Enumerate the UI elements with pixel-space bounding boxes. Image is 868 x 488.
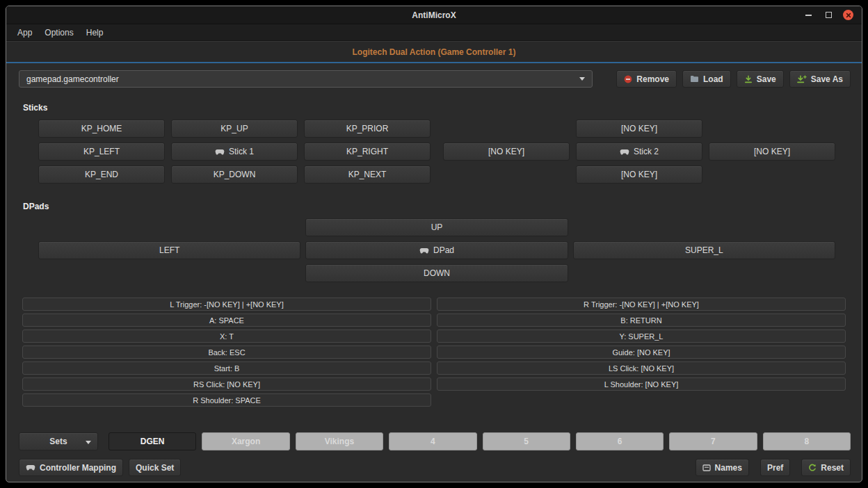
gamepad-icon	[26, 464, 35, 471]
set-button-6[interactable]: 6	[576, 432, 664, 450]
controller-mapping-label: Controller Mapping	[40, 463, 116, 473]
pref-button[interactable]: Pref	[760, 459, 790, 476]
names-button[interactable]: Names	[696, 459, 749, 476]
profile-combobox-value: gamepad.gamecontroller	[26, 74, 119, 84]
stick1-up-right-button[interactable]: KP_PRIOR	[304, 120, 431, 138]
x-button[interactable]: X: T	[22, 330, 431, 343]
sets-dropdown-label: Sets	[49, 437, 67, 446]
close-icon	[846, 13, 851, 18]
dpad-button[interactable]: DPad	[305, 241, 568, 259]
remove-button-label: Remove	[636, 74, 669, 84]
dpad-left-button[interactable]: LEFT	[38, 241, 300, 259]
stick1-up-left-button[interactable]: KP_HOME	[38, 120, 165, 138]
set-button-8[interactable]: 8	[763, 432, 851, 450]
stick1-button[interactable]: Stick 1	[171, 143, 298, 161]
set-button-vikings[interactable]: Vikings	[296, 432, 383, 450]
r-shoulder-button[interactable]: R Shoulder: SPACE	[22, 393, 431, 407]
stick2-down-button[interactable]: [NO KEY]	[576, 165, 702, 184]
remove-profile-button[interactable]: Remove	[616, 70, 677, 88]
controller-tabbar: Logitech Dual Action (Game Controller 1)	[6, 41, 862, 63]
stick1-down-left-button[interactable]: KP_END	[38, 165, 165, 184]
chevron-down-icon	[86, 441, 91, 444]
stick1-left-button[interactable]: KP_LEFT	[38, 143, 165, 161]
stick2-left-button[interactable]: [NO KEY]	[443, 143, 570, 161]
save-button-label: Save	[757, 74, 776, 84]
stick1-right-button[interactable]: KP_RIGHT	[304, 143, 431, 161]
sticks-grid: KP_HOME KP_UP KP_PRIOR [NO KEY] KP_LEFT …	[38, 120, 835, 184]
gamepad-icon	[215, 149, 225, 155]
set-button-5[interactable]: 5	[483, 432, 570, 450]
set-button-7[interactable]: 7	[669, 432, 757, 450]
load-profile-button[interactable]: Load	[682, 70, 731, 88]
stick1-button-label: Stick 1	[229, 147, 254, 156]
ls-click-button[interactable]: LS Click: [NO KEY]	[437, 361, 846, 375]
dpad-down-button[interactable]: DOWN	[305, 264, 568, 282]
button-mapping-list: L Trigger: -[NO KEY] | +[NO KEY] A: SPAC…	[6, 298, 862, 407]
folder-icon	[690, 75, 699, 83]
quick-set-button[interactable]: Quick Set	[129, 459, 181, 476]
guide-button[interactable]: Guide: [NO KEY]	[437, 345, 846, 359]
y-button[interactable]: Y: SUPER_L	[437, 330, 846, 343]
a-button[interactable]: A: SPACE	[22, 314, 431, 327]
stick1-down-right-button[interactable]: KP_NEXT	[304, 165, 431, 184]
set-button-4[interactable]: 4	[389, 432, 476, 450]
rs-click-button[interactable]: RS Click: [NO KEY]	[22, 377, 431, 391]
bottom-toolbar: Controller Mapping Quick Set Names Pref …	[6, 459, 862, 476]
r-trigger-button[interactable]: R Trigger: -[NO KEY] | +[NO KEY]	[437, 298, 846, 311]
controller-tab[interactable]: Logitech Dual Action (Game Controller 1)	[353, 47, 516, 57]
l-shoulder-button[interactable]: L Shoulder: [NO KEY]	[437, 377, 846, 391]
button-mapping-left-column: L Trigger: -[NO KEY] | +[NO KEY] A: SPAC…	[22, 298, 431, 407]
save-as-button-label: Save As	[811, 74, 843, 84]
reset-label: Reset	[821, 463, 844, 473]
save-as-icon	[797, 75, 807, 83]
sets-dropdown[interactable]: Sets	[19, 432, 98, 450]
menu-item-help[interactable]: Help	[81, 26, 109, 40]
save-as-profile-button[interactable]: Save As	[789, 70, 851, 88]
menu-item-app[interactable]: App	[12, 26, 38, 40]
profile-combobox[interactable]: gamepad.gamecontroller	[19, 70, 593, 88]
menu-item-options[interactable]: Options	[39, 26, 79, 40]
dpad-right-button[interactable]: SUPER_L	[573, 241, 835, 259]
minimize-button[interactable]	[803, 10, 814, 21]
minimize-icon	[805, 15, 812, 16]
stick2-button-label: Stick 2	[634, 147, 659, 156]
window-controls	[803, 10, 862, 21]
sticks-section-label: Sticks	[23, 103, 862, 113]
gamepad-icon	[620, 149, 629, 155]
controller-mapping-button[interactable]: Controller Mapping	[19, 459, 123, 476]
reset-button[interactable]: Reset	[801, 459, 851, 476]
dpad-up-button[interactable]: UP	[305, 218, 568, 236]
stick1-up-button[interactable]: KP_UP	[171, 120, 298, 138]
menubar: App Options Help	[6, 24, 862, 41]
sets-row: Sets DGEN Xargon Vikings 4 5 6 7 8	[6, 432, 862, 450]
dpad-button-label: DPad	[433, 245, 454, 255]
frame-icon	[702, 464, 711, 471]
remove-icon	[624, 75, 632, 83]
load-button-label: Load	[703, 74, 723, 84]
l-trigger-button[interactable]: L Trigger: -[NO KEY] | +[NO KEY]	[22, 298, 431, 311]
quick-set-label: Quick Set	[136, 463, 174, 473]
stick1-down-button[interactable]: KP_DOWN	[171, 165, 298, 184]
app-window: AntiMicroX App Options Help Logitech Dua…	[6, 6, 862, 482]
reset-icon	[808, 464, 817, 472]
set-button-xargon[interactable]: Xargon	[202, 432, 289, 450]
maximize-icon	[826, 12, 832, 18]
chevron-down-icon	[579, 77, 585, 81]
stick2-right-button[interactable]: [NO KEY]	[709, 143, 835, 161]
titlebar[interactable]: AntiMicroX	[6, 6, 862, 24]
desktop-background: { "window": { "title": "AntiMicroX" }, "…	[0, 0, 868, 488]
pref-label: Pref	[767, 463, 783, 473]
b-button[interactable]: B: RETURN	[437, 314, 846, 327]
set-button-dgen[interactable]: DGEN	[108, 432, 196, 450]
back-button[interactable]: Back: ESC	[22, 345, 431, 359]
close-button[interactable]	[843, 10, 853, 20]
gamepad-icon	[419, 247, 429, 254]
names-label: Names	[715, 463, 742, 473]
maximize-button[interactable]	[823, 10, 834, 21]
start-button[interactable]: Start: B	[22, 361, 431, 375]
save-icon	[744, 75, 753, 83]
window-title: AntiMicroX	[6, 10, 862, 20]
save-profile-button[interactable]: Save	[737, 70, 784, 88]
stick2-button[interactable]: Stick 2	[576, 143, 702, 161]
stick2-up-button[interactable]: [NO KEY]	[576, 120, 702, 138]
